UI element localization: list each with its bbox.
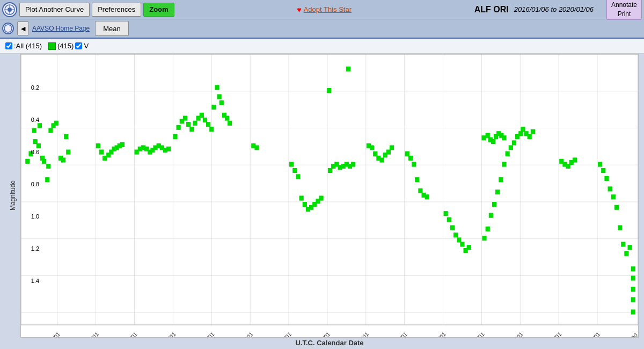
- svg-rect-177: [631, 287, 635, 292]
- all-checkbox[interactable]: [5, 42, 12, 49]
- svg-rect-143: [506, 151, 510, 156]
- svg-rect-140: [495, 190, 500, 194]
- date-range: 2016/01/06 to 2020/01/06: [514, 5, 594, 13]
- svg-rect-71: [166, 147, 171, 151]
- y-axis-ticks: 0.2 0.4 0.6 0.8 1.0 1.2 1.4: [21, 54, 41, 337]
- svg-text:2017/10/01: 2017/10/01: [269, 331, 292, 337]
- svg-rect-60: [120, 142, 125, 147]
- svg-text:2019/04/01: 2019/04/01: [500, 331, 524, 337]
- svg-rect-119: [386, 150, 391, 155]
- svg-rect-170: [614, 205, 619, 210]
- svg-text:2019/07/01: 2019/07/01: [539, 331, 562, 337]
- svg-rect-82: [206, 122, 210, 127]
- toolbar-row1: Plot Another Curve Preferences Zoom ♥ Ad…: [0, 0, 644, 19]
- svg-rect-89: [225, 116, 229, 121]
- svg-rect-131: [453, 232, 458, 237]
- svg-rect-50: [64, 134, 68, 139]
- svg-rect-93: [289, 162, 294, 166]
- svg-rect-120: [390, 146, 394, 150]
- annotate-print-button[interactable]: Annotate Print: [606, 0, 642, 20]
- svg-text:2017/01/01: 2017/01/01: [153, 331, 177, 337]
- svg-rect-142: [502, 162, 506, 166]
- svg-rect-179: [631, 309, 635, 314]
- plot-another-curve-button[interactable]: Plot Another Curve: [19, 3, 90, 17]
- svg-rect-123: [412, 162, 416, 166]
- svg-rect-111: [346, 67, 350, 71]
- svg-rect-176: [631, 275, 635, 280]
- svg-rect-164: [573, 157, 577, 162]
- svg-rect-173: [624, 251, 628, 256]
- svg-rect-169: [611, 194, 616, 199]
- svg-rect-172: [621, 242, 625, 246]
- aavso-logo-small: [2, 23, 14, 34]
- svg-rect-156: [521, 127, 525, 132]
- svg-rect-117: [379, 157, 384, 162]
- svg-rect-94: [292, 168, 297, 173]
- mean-button[interactable]: Mean: [95, 21, 129, 36]
- svg-text:2018/10/01: 2018/10/01: [423, 331, 447, 337]
- svg-rect-45: [48, 128, 53, 133]
- svg-rect-47: [54, 121, 58, 126]
- svg-text:2017/07/01: 2017/07/01: [230, 331, 254, 337]
- svg-rect-75: [183, 116, 187, 121]
- svg-text:2016/10/01: 2016/10/01: [114, 331, 138, 337]
- y-tick-08: 0.8: [31, 181, 39, 187]
- legend-area: :All (415) (415) V: [0, 39, 644, 54]
- svg-rect-44: [46, 164, 50, 169]
- svg-rect-135: [467, 245, 471, 250]
- svg-text:2018/04/01: 2018/04/01: [346, 331, 370, 337]
- svg-rect-141: [499, 177, 503, 182]
- svg-rect-158: [528, 134, 532, 139]
- svg-text:2019/01/01: 2019/01/01: [462, 331, 485, 337]
- svg-rect-171: [618, 225, 622, 230]
- adopt-star-link[interactable]: Adopt This Star: [304, 5, 352, 13]
- zoom-button[interactable]: Zoom: [143, 3, 174, 17]
- svg-rect-96: [299, 196, 304, 201]
- svg-rect-132: [457, 237, 461, 242]
- svg-rect-112: [327, 88, 331, 93]
- svg-text:2017/04/01: 2017/04/01: [192, 331, 215, 337]
- svg-rect-102: [319, 196, 323, 201]
- svg-rect-155: [502, 135, 506, 140]
- chart-wrapper: Magnitude 0.2 0.4 0.6: [0, 54, 644, 349]
- svg-text:2020.: 2020.: [626, 331, 638, 337]
- svg-point-4: [4, 25, 12, 32]
- svg-rect-175: [631, 266, 635, 271]
- chart-svg-container: 0.2 0.4 0.6 0.8 1.0 1.2 1.4: [20, 54, 639, 338]
- print-label: Print: [611, 10, 637, 19]
- back-button[interactable]: ◀: [17, 21, 29, 35]
- v-checkbox[interactable]: [75, 42, 82, 49]
- y-tick-06: 0.6: [31, 149, 39, 155]
- svg-rect-133: [460, 242, 464, 246]
- heart-icon: ♥: [297, 5, 301, 14]
- preferences-button[interactable]: Preferences: [92, 3, 141, 17]
- svg-rect-92: [254, 146, 259, 150]
- y-tick-12: 1.2: [31, 245, 39, 252]
- y-tick-04: 0.4: [31, 117, 39, 123]
- y-axis-label: Magnitude: [9, 180, 17, 210]
- svg-rect-77: [189, 127, 194, 132]
- svg-rect-121: [405, 151, 409, 156]
- svg-rect-85: [215, 85, 219, 90]
- svg-rect-86: [217, 94, 222, 99]
- svg-rect-95: [296, 174, 300, 179]
- svg-rect-178: [631, 297, 635, 302]
- svg-rect-83: [209, 127, 214, 132]
- svg-text:2016/07/01: 2016/07/01: [76, 331, 99, 337]
- svg-rect-52: [96, 143, 100, 148]
- svg-rect-122: [408, 156, 413, 161]
- svg-rect-78: [193, 121, 197, 126]
- svg-rect-115: [373, 151, 377, 156]
- svg-rect-139: [492, 202, 496, 207]
- v-legend-item: (415) V: [48, 42, 89, 50]
- aavso-logo: [2, 2, 17, 17]
- home-page-link[interactable]: AAVSO Home Page: [32, 25, 90, 32]
- chart-svg: 0.2 0.4 0.6 0.8 1.0 1.2 1.4: [21, 54, 638, 337]
- y-tick-14: 1.4: [31, 278, 39, 284]
- svg-rect-90: [228, 121, 232, 126]
- svg-rect-136: [482, 236, 486, 241]
- svg-rect-174: [627, 245, 632, 250]
- svg-rect-76: [186, 122, 191, 127]
- svg-rect-130: [450, 225, 455, 230]
- svg-text:2018/01/01: 2018/01/01: [308, 331, 331, 337]
